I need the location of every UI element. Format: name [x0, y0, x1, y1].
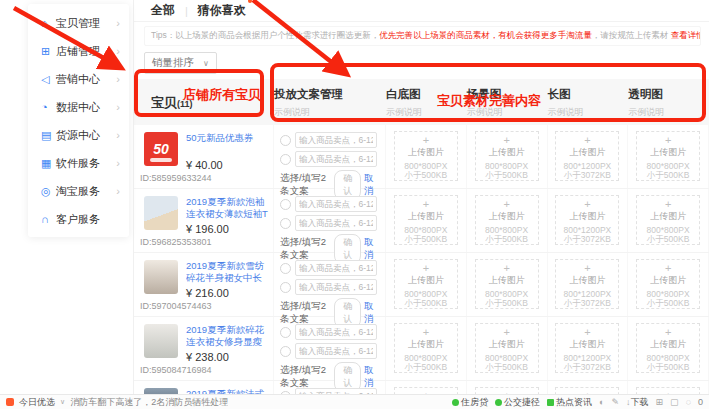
copy-checkbox[interactable] — [280, 263, 291, 274]
copy-input[interactable] — [295, 196, 377, 212]
upload-box[interactable]: + 上传图片 800*800PX 小于500KB — [636, 259, 700, 309]
sort-select[interactable]: 销量排序 ∨ — [144, 52, 217, 74]
plus-icon: + — [637, 327, 699, 337]
product-image[interactable]: 50 — [144, 132, 178, 166]
upload-label: 上传图片 — [556, 274, 618, 287]
taskbar-brand[interactable]: 今日优选 — [19, 396, 55, 409]
copy-checkbox[interactable] — [280, 282, 291, 293]
taskbar-item-2[interactable]: 公交捷径 — [495, 396, 540, 409]
plus-icon: + — [395, 199, 457, 209]
table-row: 2019夏季新款泡袖连衣裙女薄款短袖T恤中长款 ¥ 196.00 ID:5968… — [134, 189, 709, 253]
copy-input[interactable] — [295, 279, 377, 295]
screenshot-icon[interactable]: ✎ — [612, 397, 620, 407]
upload-box[interactable]: + 上传图片 800*800PX 小于500KB — [475, 131, 539, 181]
upload-label: 上传图片 — [556, 146, 618, 159]
window-icon[interactable]: ▢ — [670, 397, 679, 407]
copy-input[interactable] — [295, 260, 377, 276]
tips-bar: Tips：以上场景的商品会根据用户个性化需求进行圈选更新，优先完善以上场景的商品… — [144, 26, 701, 46]
product-cell: 50 50元新品优惠券 ¥ 40.00 ID:585959633244 — [134, 125, 274, 188]
tips-text: Tips：以上场景的商品会根据用户个性化需求进行圈选更新， — [151, 30, 379, 40]
shield-icon[interactable]: ◐ — [599, 397, 604, 407]
product-title[interactable]: 2019夏季新款碎花连衣裙女修身显瘦小众网红 — [186, 324, 270, 348]
sidebar-item-shuju[interactable]: ◔ 数据中心 › — [28, 93, 129, 121]
upload-limit: 小于500KB — [395, 235, 457, 244]
product-id: ID:596825353801 — [140, 237, 212, 247]
green-dot-icon — [495, 399, 502, 406]
view-details-link[interactable]: 查看详情> — [671, 30, 701, 40]
upload-box[interactable]: + 上传图片 800*800PX 小于500KB — [394, 323, 458, 373]
copy-input[interactable] — [295, 132, 377, 148]
product-image[interactable] — [144, 324, 178, 358]
copy-checkbox[interactable] — [280, 346, 291, 357]
caret-down-icon: ∨ — [203, 59, 209, 68]
grid-icon[interactable]: ⊞ — [656, 397, 664, 407]
download-button[interactable]: ↓下载 — [626, 396, 649, 409]
refresh-icon[interactable]: ◌ — [686, 397, 691, 407]
plus-icon: + — [556, 199, 618, 209]
product-image[interactable] — [144, 260, 178, 294]
chevron-right-icon: › — [116, 101, 120, 113]
upload-label: 上传图片 — [395, 274, 457, 287]
news-ticker[interactable]: 消防车翻下高速了，2名消防员牺牲处理 — [70, 396, 228, 409]
sidebar-item-baobei[interactable]: ⌂ 宝贝管理 › — [28, 9, 129, 37]
copy-checkbox[interactable] — [280, 327, 291, 338]
upload-box[interactable]: + 上传图片 800*1200PX 小于3072KB — [555, 323, 619, 373]
upload-cell: + 上传图片 800*800PX 小于500KB — [386, 125, 467, 188]
copy-checkbox[interactable] — [280, 135, 291, 146]
taskbar-caret-icon[interactable]: ∨ — [60, 398, 65, 406]
product-title[interactable]: 2019夏季新款泡袖连衣裙女薄款短袖T恤中长款 — [186, 196, 270, 220]
copy-checkbox[interactable] — [280, 218, 291, 229]
copy-input[interactable] — [295, 151, 377, 167]
baby-count: (11) — [177, 99, 193, 109]
copy-input[interactable] — [295, 343, 377, 359]
column-sub-note: 示例说明 — [628, 106, 709, 119]
chevron-right-icon: › — [116, 73, 120, 85]
sidebar-item-huoyuan[interactable]: ▤ 货源中心 › — [28, 121, 129, 149]
taskbar-item-3[interactable]: 热点资讯 — [547, 396, 592, 409]
upload-box[interactable]: + 上传图片 800*800PX 小于500KB — [475, 323, 539, 373]
upload-box[interactable]: + 上传图片 800*800PX 小于500KB — [475, 195, 539, 245]
sidebar-item-label: 客户服务 — [56, 212, 100, 227]
upload-label: 上传图片 — [395, 146, 457, 159]
copy-checkbox[interactable] — [280, 199, 291, 210]
plus-icon: + — [637, 135, 699, 145]
upload-box[interactable]: + 上传图片 800*800PX 小于500KB — [394, 259, 458, 309]
upload-cell: + 上传图片 800*1200PX 小于3072KB — [548, 253, 629, 316]
column-sub-note: 示例说明 — [274, 106, 386, 119]
green-dot-icon — [452, 399, 459, 406]
sidebar-item-yingxiao[interactable]: ◁ 营销中心 › — [28, 65, 129, 93]
product-title[interactable]: 50元新品优惠券 — [186, 132, 270, 144]
sidebar-item-taobao[interactable]: ◎ 淘宝服务 › — [28, 177, 129, 205]
tab-recommend[interactable]: 猜你喜欢 — [198, 2, 246, 19]
upload-box[interactable]: + 上传图片 800*1200PX 小于3072KB — [555, 131, 619, 181]
upload-cell: + 上传图片 800*1200PX 小于3072KB — [548, 125, 629, 188]
plus-icon: + — [476, 327, 538, 337]
upload-box[interactable]: + 上传图片 800*1200PX 小于3072KB — [555, 259, 619, 309]
upload-box[interactable]: + 上传图片 800*800PX 小于500KB — [636, 195, 700, 245]
plus-icon: + — [556, 263, 618, 273]
upload-box[interactable]: + 上传图片 800*800PX 小于500KB — [394, 195, 458, 245]
product-title[interactable]: 2019夏季新款雪纺碎花半身裙女中长款高腰白 — [186, 260, 270, 284]
sidebar-item-ruanjian[interactable]: ▦ 软件服务 › — [28, 149, 129, 177]
sidebar-item-kehu[interactable]: ∩ 客户服务 — [28, 205, 129, 233]
upload-cell: + 上传图片 800*800PX 小于500KB — [386, 317, 467, 380]
chevron-right-icon: › — [116, 157, 120, 169]
upload-label: 上传图片 — [476, 274, 538, 287]
tab-all[interactable]: 全部 — [151, 2, 175, 19]
baby-column-name: 宝贝 — [151, 95, 177, 110]
upload-box[interactable]: + 上传图片 800*800PX 小于500KB — [475, 259, 539, 309]
sidebar-item-dianpu[interactable]: ⊞ 店铺管理 › — [28, 37, 129, 65]
upload-box[interactable]: + 上传图片 800*1200PX 小于3072KB — [555, 195, 619, 245]
upload-box[interactable]: + 上传图片 800*800PX 小于500KB — [636, 323, 700, 373]
product-id: ID:585959633244 — [140, 173, 212, 183]
product-image[interactable] — [144, 196, 178, 230]
table-row: 2019夏季新款雪纺碎花半身裙女中长款高腰白 ¥ 216.00 ID:59700… — [134, 253, 709, 317]
taskbar-item-1[interactable]: 住房贷 — [452, 396, 488, 409]
copy-input-row — [280, 215, 377, 231]
product-cell: 2019夏季新款碎花连衣裙女修身显瘦小众网红 ¥ 238.00 ID:59508… — [134, 317, 274, 380]
copy-input[interactable] — [295, 215, 377, 231]
upload-box[interactable]: + 上传图片 800*800PX 小于500KB — [394, 131, 458, 181]
copy-checkbox[interactable] — [280, 154, 291, 165]
copy-input[interactable] — [295, 324, 377, 340]
upload-box[interactable]: + 上传图片 800*800PX 小于500KB — [636, 131, 700, 181]
